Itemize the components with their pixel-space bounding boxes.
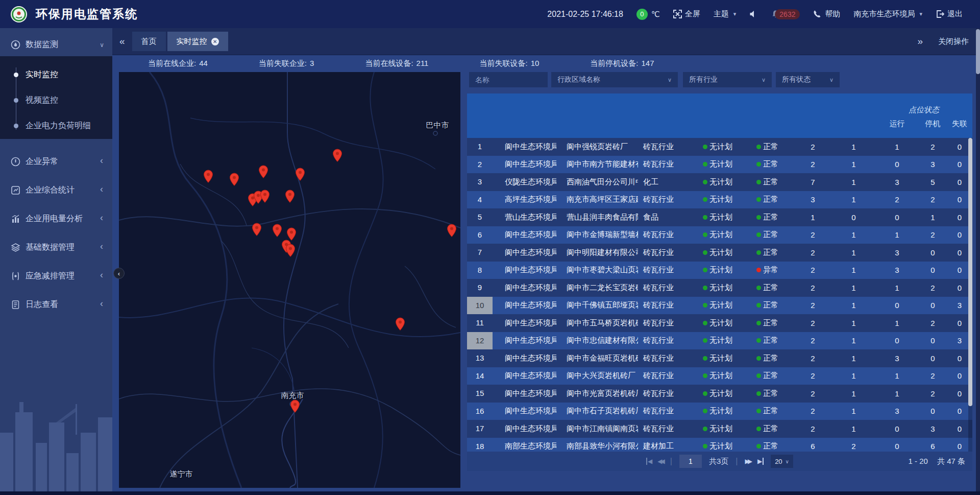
sidebar-item-video-monitor[interactable]: 视频监控 (0, 87, 112, 113)
table-row[interactable]: 3仪陇生态环境局西南油气田分公司川中化工无计划正常71350 (467, 173, 972, 191)
table-row[interactable]: 13阆中生态环境局阆中市金福旺页岩机砖砖瓦行业无计划正常21300 (467, 349, 972, 367)
cell-facility: 正常 (745, 353, 794, 363)
sidebar-item-realtime-monitor[interactable]: 实时监控 (0, 62, 112, 87)
table-row[interactable]: 8阆中生态环境局阆中市枣碧大梁山页岩砖瓦行业无计划异常21300 (467, 262, 972, 279)
map-pin-icon[interactable] (285, 244, 296, 257)
table-row[interactable]: 5营山生态环境局营山县润丰肉食品有限食品无计划正常10010 (467, 208, 972, 226)
datetime: 2021-02-25 17:46:18 (547, 10, 623, 19)
cell-industry: 砖瓦行业 (638, 336, 692, 345)
last-page-button[interactable]: ▶ (757, 458, 764, 465)
page-number-input[interactable] (679, 455, 702, 468)
close-tab-icon[interactable]: ✕ (211, 38, 219, 45)
table-header: 行政区域 企业 行业 停限产 治污设施 监测点 总表 点位状态 运行 停机 失联 (467, 93, 972, 138)
next-page-button[interactable]: ▶▶ (745, 458, 750, 465)
table-row[interactable]: 16阆中生态环境局阆中市石子页岩机砖厂砖瓦行业无计划正常21300 (467, 403, 972, 420)
table-row[interactable]: 15阆中生态环境局阆中市光富页岩机砖厂砖瓦行业无计划正常21120 (467, 385, 972, 403)
map-pin-icon[interactable] (260, 190, 270, 203)
map-pin-icon[interactable] (332, 149, 342, 162)
cell-company: 阆中市二龙长宝页岩砖 (556, 283, 638, 293)
status-dot-icon (703, 286, 707, 290)
map-collapse-button[interactable]: ‹ (113, 268, 125, 279)
row-index: 11 (467, 314, 493, 332)
table-row[interactable]: 17阆中生态环境局阆中市江南镇阆南页岩砖瓦行业无计划正常21030 (467, 420, 972, 438)
bullet-icon (14, 124, 18, 128)
cell-run: 0 (875, 442, 919, 451)
table-scrollbar-thumb[interactable] (968, 138, 972, 406)
map-pin-icon[interactable] (286, 227, 297, 241)
cell-stop-limit: 无计划 (692, 389, 745, 398)
volume-icon[interactable] (749, 10, 758, 18)
page-size-select[interactable]: 20 (771, 455, 793, 468)
app-header: 环保用电监管系统 2021-02-25 17:46:18 0 ℃ 全屏 主题 (0, 0, 980, 28)
sidebar-item-data-monitor[interactable]: 数据监测 (0, 33, 112, 56)
cell-points: 2 (794, 336, 832, 345)
table-row[interactable]: 18南部生态环境局南部县致华小河有限公建材加工无计划正常62060 (467, 438, 972, 452)
cell-run: 0 (875, 301, 919, 310)
sidebar-item-company-statistics[interactable]: 企业综合统计 (0, 176, 112, 204)
sidebar-item-power-load-detail[interactable]: 企业电力负荷明细 (0, 113, 112, 138)
status-dot-icon (756, 250, 761, 255)
status-dot-icon (703, 162, 707, 167)
map-pin-icon[interactable] (252, 223, 262, 237)
cell-stop-limit: 无计划 (692, 371, 745, 381)
map-pin-icon[interactable] (447, 224, 457, 238)
cell-facility: 正常 (745, 283, 794, 293)
status-dot-icon (703, 427, 707, 431)
org-dropdown[interactable]: 南充市生态环境局 (853, 9, 922, 19)
sidebar-item-log-view[interactable]: 日志查看 (0, 290, 112, 319)
logout-button[interactable]: 退出 (936, 9, 963, 19)
table-row[interactable]: 6阆中生态环境局阆中市金博瑞新型墙材砖瓦行业无计划正常21120 (467, 226, 972, 244)
cell-meters: 1 (832, 319, 875, 327)
cell-facility: 正常 (745, 159, 794, 169)
tab-home[interactable]: 首页 (132, 32, 166, 51)
cell-meters: 0 (832, 213, 875, 222)
cell-region: 仪陇生态环境局 (493, 177, 556, 187)
notification-count: 2632 (775, 9, 800, 19)
fullscreen-button[interactable]: 全屏 (673, 9, 700, 19)
map-pin-icon[interactable] (285, 190, 295, 203)
sidebar-item-company-abnormal[interactable]: 企业异常 (0, 147, 112, 176)
map-pin-icon[interactable] (258, 165, 268, 179)
close-operations-button[interactable]: 关闭操作 (938, 37, 969, 46)
region-filter-select[interactable]: 行政区域名称 ∨ (551, 72, 678, 87)
table-row[interactable]: 14阆中生态环境局阆中大兴页岩机砖厂砖瓦行业无计划正常21120 (467, 367, 972, 385)
table-row[interactable]: 12阆中生态环境局阆中市忠信建材有限公砖瓦行业无计划正常21003 (467, 332, 972, 350)
prev-page-button[interactable]: ◀◀ (657, 458, 663, 465)
map-pin-icon[interactable] (272, 224, 282, 238)
sidebar-item-emergency-reduction[interactable]: 应急减排管理 (0, 262, 112, 290)
table-row[interactable]: 11阆中生态环境局阆中市五马桥页岩机砖砖瓦行业无计划正常21120 (467, 314, 972, 332)
theme-dropdown[interactable]: 主题 (714, 9, 737, 19)
cell-points: 2 (794, 143, 832, 151)
status-filter-select[interactable]: 所有状态 ∨ (776, 72, 840, 87)
tabs-scroll-right-icon[interactable]: » (910, 36, 930, 47)
map-pin-icon[interactable] (295, 168, 305, 181)
map-pin-icon[interactable] (395, 317, 405, 331)
cell-stop-limit: 无计划 (692, 195, 745, 204)
cell-halt: 3 (919, 425, 947, 433)
table-row[interactable]: 2阆中生态环境局阆中市南方节能建材有砖瓦行业无计划正常21030 (467, 156, 972, 174)
name-filter-input[interactable] (469, 72, 548, 87)
sidebar-item-base-data[interactable]: 基础数据管理 (0, 233, 112, 262)
map[interactable]: 巴中市南充市遂宁市 ‹ (119, 72, 460, 488)
row-index: 13 (467, 349, 493, 367)
map-pin-icon[interactable] (290, 399, 300, 413)
help-button[interactable]: 帮助 (813, 9, 840, 19)
map-pin-icon[interactable] (203, 170, 213, 183)
table-row[interactable]: 4高坪生态环境局南充市高坪区王家店建砖瓦行业无计划正常31220 (467, 191, 972, 209)
sidebar-item-power-analysis[interactable]: 企业用电量分析 (0, 204, 112, 233)
cell-facility: 正常 (745, 424, 794, 434)
row-index: 10 (467, 297, 493, 315)
tabs-scroll-left-icon[interactable]: « (112, 36, 132, 47)
table-row[interactable]: 9阆中生态环境局阆中市二龙长宝页岩砖砖瓦行业无计划正常21120 (467, 279, 972, 297)
page-scrollbar-thumb[interactable] (976, 29, 980, 74)
tab-realtime-monitor[interactable]: 实时监控 ✕ (167, 32, 228, 51)
industry-filter-select[interactable]: 所有行业 ∨ (683, 72, 772, 87)
table-row[interactable]: 1阆中生态环境局阆中强锐页岩砖厂砖瓦行业无计划正常21120 (467, 138, 972, 156)
map-pin-icon[interactable] (229, 173, 239, 186)
status-dot-icon (703, 444, 707, 449)
first-page-button[interactable]: ◀ (646, 458, 650, 465)
notification-badge[interactable]: 2632 (771, 9, 800, 19)
table-row[interactable]: 10阆中生态环境局阆中千佛镇五郎垭页岩砖瓦行业无计划正常21003 (467, 297, 972, 315)
table-row[interactable]: 7阆中生态环境局阆中明阳建材有限公司砖瓦行业无计划正常21300 (467, 244, 972, 262)
status-dot-icon (756, 409, 761, 413)
